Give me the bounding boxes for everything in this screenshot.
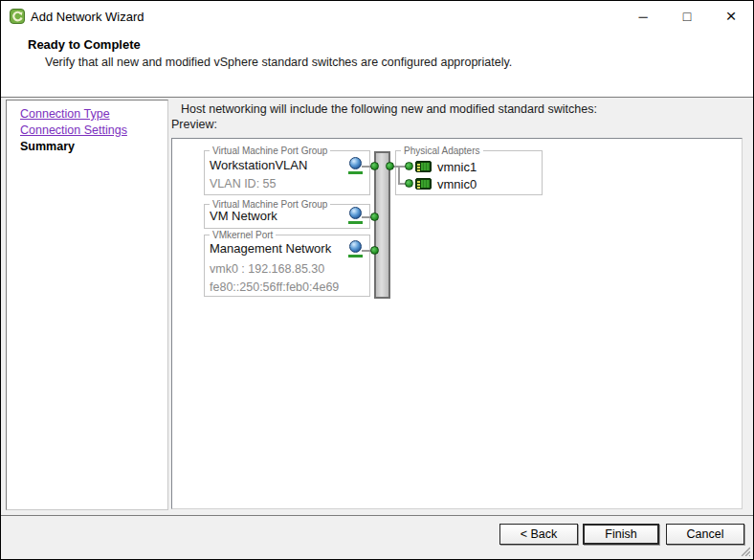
- port-group-type-label: VMkernel Port: [210, 230, 276, 240]
- sidebar-item-summary: Summary: [20, 139, 167, 155]
- vmkernel-ipv4-detail: vmk0 : 192.168.85.30: [210, 262, 324, 276]
- sidebar-item-connection-type[interactable]: Connection Type: [20, 106, 167, 123]
- port-group-workstationvlan: Virtual Machine Port Group WorkstationVL…: [204, 150, 370, 195]
- vmnic1-label: vmnic1: [437, 160, 477, 174]
- page-subtitle: Verify that all new and modified vSphere…: [45, 56, 512, 69]
- port-group-vlan-detail: VLAN ID: 55: [210, 177, 276, 190]
- finish-button[interactable]: Finish: [583, 524, 659, 545]
- sidebar-item-connection-settings[interactable]: Connection Settings: [20, 123, 167, 139]
- wizard-steps-sidebar: Connection Type Connection Settings Summ…: [6, 100, 168, 510]
- network-adapter-icon: [415, 178, 432, 190]
- network-preview-panel: Virtual Machine Port Group WorkstationVL…: [171, 138, 743, 509]
- network-adapter-icon: [415, 161, 432, 172]
- port-group-name: VM Network: [210, 209, 277, 223]
- vmnic0-label: vmnic0: [437, 177, 477, 191]
- port-group-name: Management Network: [210, 241, 331, 256]
- port-group-management-network: VMkernel Port Management Network vmk0 : …: [204, 235, 370, 297]
- window-title: Add Network Wizard: [31, 10, 144, 24]
- connection-dot: [370, 213, 379, 221]
- port-group-type-label: Virtual Machine Port Group: [210, 146, 330, 156]
- window-controls: ─ □ ×: [621, 1, 753, 32]
- connection-dot: [386, 162, 394, 170]
- back-button[interactable]: < Back: [499, 524, 578, 545]
- port-group-icon: [348, 207, 364, 224]
- preview-label: Preview:: [171, 118, 217, 131]
- port-group-vm-network: Virtual Machine Port Group VM Network: [204, 204, 370, 229]
- port-group-name: WorkstationVLAN: [210, 158, 307, 172]
- minimize-icon[interactable]: ─: [621, 1, 665, 32]
- vswitch-bar: [374, 151, 390, 299]
- vsphere-icon: [10, 9, 25, 24]
- page-title: Ready to Complete: [28, 37, 141, 52]
- summary-description: Host networking will include the followi…: [181, 102, 597, 116]
- close-icon[interactable]: ×: [709, 1, 753, 32]
- resize-grip[interactable]: [738, 544, 750, 556]
- cancel-button[interactable]: Cancel: [666, 524, 744, 545]
- connection-dot: [405, 179, 413, 188]
- title-bar[interactable]: Add Network Wizard ─ □ ×: [1, 1, 753, 32]
- physical-adapters-label: Physical Adapters: [401, 146, 483, 156]
- connection-dot: [370, 246, 379, 255]
- connection-dot: [370, 162, 379, 170]
- port-group-icon: [348, 240, 364, 258]
- add-network-wizard-dialog: Add Network Wizard ─ □ × Ready to Comple…: [0, 0, 754, 560]
- connection-dot: [405, 162, 413, 170]
- vmkernel-ipv6-detail: fe80::250:56ff:feb0:4e69: [210, 280, 339, 294]
- maximize-icon[interactable]: □: [665, 1, 709, 32]
- connector-line: [398, 166, 400, 185]
